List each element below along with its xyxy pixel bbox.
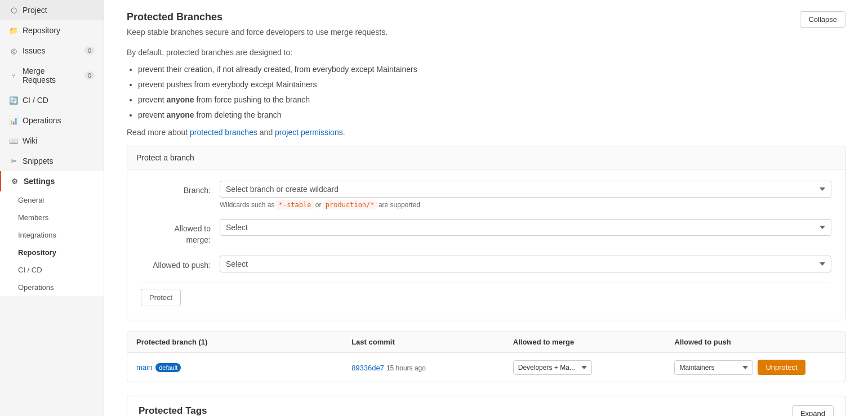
col-push: Allowed to push [674, 338, 836, 346]
read-more: Read more about protected branches and p… [127, 128, 845, 137]
row-push-select[interactable]: Maintainers [674, 360, 753, 375]
bullet-3: prevent anyone from force pushing to the… [138, 94, 845, 106]
sidebar-item-project[interactable]: ⬡ Project [0, 0, 104, 20]
merge-requests-badge: 0 [84, 71, 95, 79]
sidebar-label-project: Project [23, 6, 47, 15]
section-header: Protected Branches Keep stable branches … [127, 11, 845, 43]
default-badge: default [155, 363, 181, 372]
bullet-4-bold: anyone [167, 110, 194, 119]
sidebar-subitem-operations-sub[interactable]: Operations [0, 279, 104, 296]
sidebar-subitem-repository[interactable]: Repository [0, 244, 104, 261]
protected-branches-link[interactable]: protected branches [190, 128, 257, 137]
settings-icon: ⚙ [10, 177, 19, 186]
sidebar-label-repository: Repository [23, 26, 60, 35]
wildcard-code-2: production/* [323, 200, 377, 209]
merge-row: Allowed tomerge: Select [141, 219, 831, 245]
push-label: Allowed to push: [141, 256, 220, 271]
sidebar-subitem-ci-cd-sub[interactable]: CI / CD [0, 261, 104, 279]
protect-action: Protect [141, 283, 831, 308]
branch-label: Branch: [141, 181, 220, 196]
merge-field: Select [220, 219, 831, 236]
sidebar-item-ci-cd[interactable]: 🔄 CI / CD [0, 90, 104, 110]
protected-tags-section: Protected Tags Limit access to creating … [127, 396, 845, 416]
sidebar-label-settings: Settings [24, 177, 55, 186]
branch-field: Select branch or create wildcard Wildcar… [220, 181, 831, 209]
branches-table: Protected branch (1) Last commit Allowed… [127, 332, 845, 382]
expand-button[interactable]: Expand [792, 405, 834, 416]
push-select[interactable]: Select [220, 256, 831, 272]
merge-select[interactable]: Select [220, 219, 831, 236]
sidebar-item-issues[interactable]: ◎ Issues 0 [0, 41, 104, 61]
sidebar-item-merge-requests[interactable]: ⑂ Merge Requests 0 [0, 61, 104, 90]
table-header: Protected branch (1) Last commit Allowed… [127, 332, 845, 352]
protect-box-body: Branch: Select branch or create wildcard… [127, 169, 845, 320]
push-select-cell: Maintainers Unprotect [674, 360, 836, 375]
sidebar: ⬡ Project 📁 Repository ◎ Issues 0 ⑂ Merg… [0, 0, 104, 416]
merge-requests-icon: ⑂ [9, 71, 18, 80]
issues-badge: 0 [84, 47, 95, 55]
default-info-text: By default, protected branches are desig… [127, 48, 845, 57]
protect-button[interactable]: Protect [141, 289, 181, 306]
sidebar-subitem-integrations[interactable]: Integrations [0, 226, 104, 244]
bullet-2: prevent pushes from everybody except Mai… [138, 79, 845, 91]
branch-select[interactable]: Select branch or create wildcard [220, 181, 831, 198]
wiki-icon: 📖 [9, 136, 18, 145]
repository-icon: 📁 [9, 26, 18, 35]
protect-box-header: Protect a branch [127, 146, 845, 169]
sidebar-label-operations: Operations [23, 116, 61, 125]
wildcard-hint: Wildcards such as *-stable or production… [220, 201, 831, 209]
merge-label: Allowed tomerge: [141, 219, 220, 245]
section-subtitle: Keep stable branches secure and force de… [127, 28, 800, 37]
page-title: Protected Branches [127, 11, 800, 23]
snippets-icon: ✂ [9, 156, 18, 165]
branch-link[interactable]: main [136, 363, 152, 372]
sidebar-label-snippets: Snippets [23, 156, 53, 165]
sidebar-label-merge-requests: Merge Requests [23, 66, 80, 84]
branch-name-cell: main default [136, 363, 351, 372]
sidebar-label-wiki: Wiki [23, 136, 37, 145]
merge-select-cell: Developers + Ma... [513, 360, 675, 375]
sidebar-subitem-general[interactable]: General [0, 191, 104, 209]
bullet-1: prevent their creation, if not already c… [138, 64, 845, 75]
col-last-commit: Last commit [351, 338, 513, 346]
push-field: Select [220, 256, 831, 272]
issues-icon: ◎ [9, 46, 18, 55]
col-merge: Allowed to merge [513, 338, 675, 346]
sidebar-subitem-members[interactable]: Members [0, 209, 104, 226]
col-branch: Protected branch (1) [136, 338, 351, 346]
bullet-4: prevent anyone from deleting the branch [138, 109, 845, 121]
collapse-button[interactable]: Collapse [800, 11, 845, 28]
tags-section-left: Protected Tags Limit access to creating … [139, 405, 277, 416]
main-content: Protected Branches Keep stable branches … [104, 0, 868, 416]
unprotect-button[interactable]: Unprotect [758, 360, 805, 375]
last-commit-cell: 89336de7 15 hours ago [351, 363, 513, 372]
commit-hash-link[interactable]: 89336de7 [351, 364, 384, 372]
operations-icon: 📊 [9, 116, 18, 125]
sidebar-item-wiki[interactable]: 📖 Wiki [0, 131, 104, 151]
project-permissions-link[interactable]: project permissions [275, 128, 343, 137]
tags-title: Protected Tags [139, 405, 277, 416]
ci-cd-icon: 🔄 [9, 96, 18, 105]
row-merge-select[interactable]: Developers + Ma... [513, 360, 592, 375]
table-row: main default 89336de7 15 hours ago Devel… [127, 352, 845, 382]
branch-row: Branch: Select branch or create wildcard… [141, 181, 831, 209]
commit-time: 15 hours ago [386, 364, 426, 372]
sidebar-item-settings[interactable]: ⚙ Settings [0, 171, 104, 191]
wildcard-code-1: *-stable [277, 200, 314, 209]
bullet-3-bold: anyone [167, 95, 194, 104]
project-icon: ⬡ [9, 6, 18, 15]
sidebar-item-snippets[interactable]: ✂ Snippets [0, 151, 104, 171]
settings-submenu: General Members Integrations Repository … [0, 191, 104, 296]
sidebar-label-issues: Issues [23, 46, 45, 55]
section-header-left: Protected Branches Keep stable branches … [127, 11, 800, 43]
sidebar-item-repository[interactable]: 📁 Repository [0, 20, 104, 41]
info-list: prevent their creation, if not already c… [138, 64, 845, 121]
push-row: Allowed to push: Select [141, 256, 831, 272]
protect-branch-box: Protect a branch Branch: Select branch o… [127, 146, 845, 320]
sidebar-label-ci-cd: CI / CD [23, 96, 48, 105]
sidebar-item-operations[interactable]: 📊 Operations [0, 110, 104, 131]
